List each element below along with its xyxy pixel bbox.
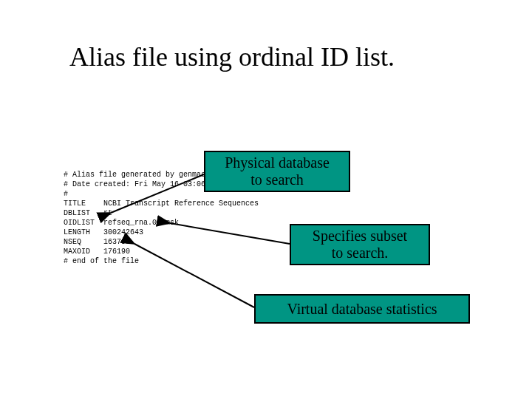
code-line: NSEQ 163798: [64, 238, 130, 246]
slide-title: Alias file using ordinal ID list.: [69, 41, 395, 72]
callout-subset: Specifies subset to search.: [290, 224, 430, 265]
code-line: #: [64, 190, 68, 198]
code-line: LENGTH 300242643: [64, 228, 143, 236]
callout-physical-database: Physical database to search: [204, 151, 350, 192]
callout-line: to search.: [332, 245, 389, 262]
callout-line: Virtual database statistics: [287, 301, 437, 318]
callout-line: Specifies subset: [313, 228, 407, 245]
callout-line: Physical database: [225, 154, 330, 171]
code-line: TITLE NCBI Transcript Reference Sequence…: [64, 200, 259, 208]
code-line: MAXOID 176190: [64, 248, 130, 256]
callout-line: to search: [250, 171, 304, 188]
callout-virtual-stats: Virtual database statistics: [254, 294, 470, 324]
code-line: # end of the file: [64, 257, 139, 265]
code-line: DBLIST rt: [64, 209, 112, 217]
code-line: OIDLIST refseq_rna.00.msk: [64, 219, 179, 227]
code-line: # Alias file generated by genmask: [64, 171, 210, 179]
